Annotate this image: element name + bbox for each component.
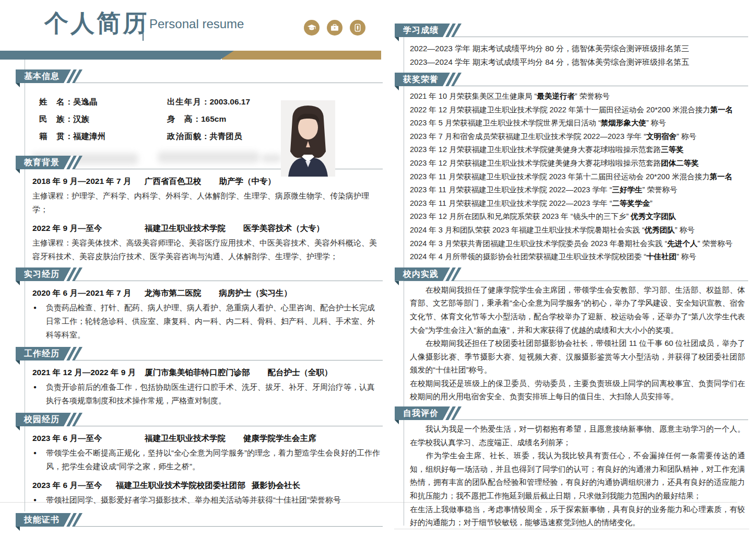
section-tab: 技能证书 [16,513,82,527]
award-item: 2023 年 12 月所在团队和兄弟院系荣获 2023 年 “镜头中的三下乡” … [410,210,746,224]
award-item: 2023 年 5 月荣获福建卫生职业技术学院世界无烟日活动 “禁烟形象大使” 称… [410,117,746,130]
internship-duty: 负责药品检查、打针、配药、病人护理、病人看护、急重病人看护、心里咨询、配合护士长… [32,301,381,342]
grade-line: 2023—2024 学年 期末考试成绩平均分 84 分，德智体美劳综合测评班级排… [410,55,745,69]
header-band-gold [222,51,381,60]
section-heading: 技能证书 [24,515,60,524]
field-birth: 出生年月：2003.06.17 [167,97,300,108]
self-eval-paragraphs: 我认为我是一个热爱生活，对一切都抱有希望，且愿意接纳新事物、愿意主动学习的一个人… [410,423,745,530]
work-duty: 负责开诊前后的准备工作，包括协助医生进行口腔手术、洗牙、拔牙、补牙、牙周治疗等，… [32,380,381,408]
tab-fold [395,86,399,90]
award-item: 2023 年 12 月荣获福建卫生职业技术学院健美健身大赛花球啦啦操示范套路团体… [410,157,746,170]
tab-fold [16,360,20,365]
award-item: 2023 年 7 月和宿舍成员荣获福建卫生职业技术学院 2022—2023 学年… [410,130,746,144]
award-item: 2023 年 12 月荣获福建卫生职业技术学院健美健身大赛花球啦啦操示范套路三等… [410,143,746,157]
section-tab: 基本信息 [16,69,82,83]
award-item: 2023 年 11 月荣获福建卫生职业技术学院 2022—2023 学年 “二等… [410,197,746,211]
section-heading: 校内实践 [403,270,439,278]
section-heading: 基本信息 [24,72,60,80]
resume-page-right: 学习成绩 2022—2023 学年 期末考试成绩平均分 80 分，德智体美劳综合… [394,0,749,532]
header-band-teal [0,51,234,60]
section-campus-practice: 校内实践 在校期间我担任了健康学院学生会主席团，带领学生会安教部、学习部、生活部… [394,268,749,404]
section-heading: 实习经历 [24,270,60,278]
tab-fold [16,83,20,87]
campus-entry: 2023 年 6 月—至今 福建卫生职业技术学院 健康学院学生会主席 [32,432,384,445]
grade-line: 2022—2023 学年 期末考试成绩平均分 80 分，德智体美劳综合测评班级排… [410,42,745,55]
section-tab: 学习成绩 [395,24,462,37]
practice-paragraph: 在校期间我还是班级上的保卫委员、劳动委员，主要负责班级上同学的回离校事宜、负责同… [410,377,745,404]
graduation-cap-icon [304,20,320,36]
briefcase-icon [327,20,342,36]
section-grades: 学习成绩 2022—2023 学年 期末考试成绩平均分 80 分，德智体美劳综合… [394,24,749,69]
practice-paragraph: 在校期间我还担任了校团委社团部摄影协会社长，带领社团 11 位干事 60 位社团… [410,337,745,377]
section-tab: 自我评价 [395,406,462,420]
id-photo [281,100,335,177]
section-tab: 工作经历 [16,347,82,360]
award-list: 2021 年 10 月荣获集美区卫生健康局 “最美逆行者” 荣誉称号 2022 … [410,90,746,264]
tab-fold [16,426,20,431]
campus-entry: 2023 年 6 月—至今 福建卫生职业技术学院校团委社团部 摄影协会社长 [32,479,384,492]
education-courses: 主修课程：护理学、产科学、内科学、外科学、人体解剖学、生理学、病原微生物学、传染… [32,189,381,216]
section-work: 工作经历 2021 年 12 月—2022 年 9 月 厦门市集美铂菲特口腔门诊… [16,347,384,408]
section-heading: 获奖荣誉 [403,75,439,84]
section-heading: 教育背景 [24,158,60,167]
campus-duty: 带领学生会不断提高正规化，坚持以“全心全意为同学服务”的理念，着力塑造学生会良好… [32,446,381,473]
resume-document: 个人简历 Personal resume 基本信息 [0,0,756,535]
tab-fold [395,37,399,41]
section-heading: 学习成绩 [403,26,439,34]
award-item: 2021 年 10 月荣获集美区卫生健康局 “最美逆行者” 荣誉称号 [410,90,746,103]
resume-page-left: 个人简历 Personal resume 基本信息 [16,0,384,535]
award-item: 2024 年 4 月所带领的摄影协会社团荣获福建卫生职业技术学院校团委 “十佳社… [410,250,746,264]
pencil-icon [350,20,365,36]
page-title: 个人简历 [44,7,149,40]
field-height: 身 高：165cm [167,114,300,125]
section-heading: 校园经历 [24,415,60,424]
award-item: 2024 年 3 月和团队荣获 2023 年福建卫生职业技术学院暑期社会实践 “… [410,224,746,237]
education-courses: 主修课程：美容美体技术、高级美容师理论、美容医疗应用技术、中医美容技术、美容外科… [32,236,381,263]
page-subtitle: Personal resume [149,17,244,31]
award-item: 2023 年 11 月荣获福建卫生职业技术学院 2023 年第十二届田径运动会 … [410,170,746,184]
section-self-evaluation: 自我评价 我认为我是一个热爱生活，对一切都抱有希望，且愿意接纳新事物、愿意主动学… [394,406,749,530]
tab-fold [16,169,20,173]
internship-entry: 2020 年 6 月—2021 年 7 月 龙海市第二医院 病房护士（实习生） [32,286,384,300]
tab-fold [395,281,399,285]
work-entry: 2021 年 12 月—2022 年 9 月 厦门市集美铂菲特口腔门诊部 配台护… [32,366,384,379]
title-divider [143,14,144,41]
self-eval-paragraph: 作为学生会主席、社长、班委，我认为我比较具有责任心，不会漏掉任何一条需要传达的通… [410,449,745,503]
education-entry: 2022 年 9 月—至今 福建卫生职业技术学院 医学美容技术（大专） [32,222,384,235]
field-name: 姓 名：吴逸晶 [39,97,167,108]
field-political-status: 政治面貌：共青团员 [167,131,300,142]
field-hometown: 籍 贯：福建漳州 [39,131,167,142]
section-certificates: 技能证书 护士执业资格证、办公软件 0A 证书、红十字救护员证； [16,513,384,535]
section-tab: 校园经历 [16,413,82,426]
section-heading: 工作经历 [24,349,60,358]
campus-duty: 带领社团同学、摄影爱好者学习摄影技术、举办相关活动等并获得“十佳社团”荣誉称号 [32,493,381,507]
practice-paragraph: 在校期间我担任了健康学院学生会主席团，带领学生会安教部、学习部、生活部、权益部、… [410,284,745,337]
header-icons [304,20,365,36]
section-tab: 校内实践 [395,268,462,281]
tab-fold [395,420,399,424]
section-tab: 教育背景 [16,156,82,169]
section-heading: 自我评价 [403,409,439,417]
practice-paragraphs: 在校期间我担任了健康学院学生会主席团，带领学生会安教部、学习部、生活部、权益部、… [410,284,745,404]
award-item: 2024 年 3 月荣获共青团福建卫生职业技术学院委员会 2023 年暑期社会实… [410,237,746,251]
section-tab: 获奖荣誉 [395,73,462,86]
self-eval-paragraph: 在生活上我做事稳当，考虑事情较周全，乐于探索新事物，具有良好的业务能力和心理素质… [410,503,745,530]
grade-lines: 2022—2023 学年 期末考试成绩平均分 80 分，德智体美劳综合测评班级排… [410,42,745,69]
section-awards: 获奖荣誉 2021 年 10 月荣获集美区卫生健康局 “最美逆行者” 荣誉称号 … [394,73,749,264]
tab-fold [16,527,20,531]
section-basic-info: 基本信息 姓 名：吴逸晶 出生年月：2003.06.17 民 族：汉族 身 高：… [16,69,384,156]
section-tab: 实习经历 [16,268,82,281]
award-item: 2023 年 11 月荣获福建卫生职业技术学院 2022—2023 学年 “三好… [410,183,746,197]
self-eval-paragraph: 我认为我是一个热爱生活，对一切都抱有希望，且愿意接纳新事物、愿意主动学习的一个人… [410,423,745,449]
section-campus: 校园经历 2023 年 6 月—至今 福建卫生职业技术学院 健康学院学生会主席 … [16,413,384,507]
award-item: 2022 年 12 月荣获福建卫生职业技术学院 2022 年第十一届田径运动会 … [410,103,746,117]
section-internship: 实习经历 2020 年 6 月—2021 年 7 月 龙海市第二医院 病房护士（… [16,268,384,342]
tab-fold [16,281,20,285]
field-ethnicity: 民 族：汉族 [39,114,167,125]
